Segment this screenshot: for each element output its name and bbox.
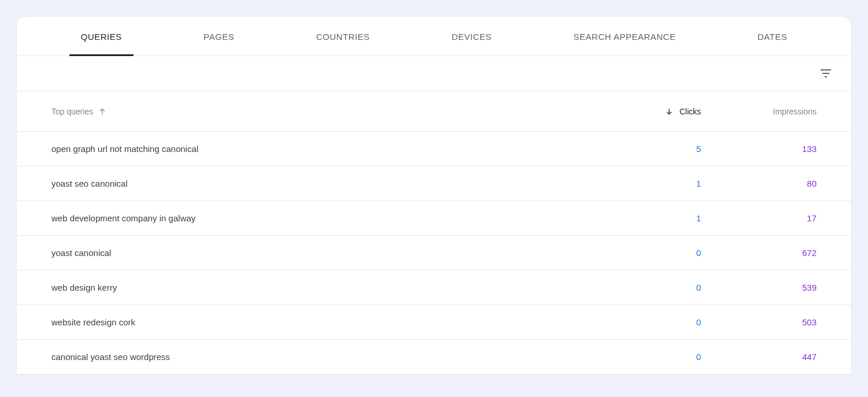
filter-bar xyxy=(17,56,851,91)
table-row[interactable]: open graph url not matching canonical513… xyxy=(17,132,851,166)
queries-table: Top queries Clicks Impressions open grap… xyxy=(17,91,851,374)
table-row[interactable]: canonical yoast seo wordpress0447 xyxy=(17,340,851,374)
cell-impressions: 539 xyxy=(701,283,817,292)
tab-search-appearance[interactable]: SEARCH APPEARANCE xyxy=(562,17,687,55)
tab-queries[interactable]: QUERIES xyxy=(69,17,133,55)
cell-query: yoast seo canonical xyxy=(51,179,603,188)
cell-clicks: 5 xyxy=(603,144,701,154)
tab-devices[interactable]: DEVICES xyxy=(440,17,503,55)
table-row[interactable]: yoast seo canonical180 xyxy=(17,166,851,201)
cell-clicks: 0 xyxy=(603,352,701,362)
tab-label: DATES xyxy=(758,32,787,42)
table-row[interactable]: web development company in galway117 xyxy=(17,201,851,236)
cell-impressions: 17 xyxy=(701,213,817,223)
cell-query: website redesign cork xyxy=(51,317,603,327)
tab-dates[interactable]: DATES xyxy=(746,17,799,55)
filter-icon[interactable] xyxy=(819,66,833,80)
column-header-clicks[interactable]: Clicks xyxy=(603,107,701,116)
tab-label: COUNTRIES xyxy=(316,32,370,42)
cell-clicks: 0 xyxy=(603,317,701,327)
cell-impressions: 80 xyxy=(701,179,817,188)
tab-label: QUERIES xyxy=(81,32,122,42)
dimension-tabs: QUERIESPAGESCOUNTRIESDEVICESSEARCH APPEA… xyxy=(17,17,851,56)
cell-clicks: 1 xyxy=(603,179,701,188)
cell-impressions: 503 xyxy=(701,317,817,327)
table-row[interactable]: website redesign cork0503 xyxy=(17,305,851,340)
column-header-clicks-label: Clicks xyxy=(680,107,701,116)
arrow-down-icon xyxy=(665,107,674,116)
cell-impressions: 133 xyxy=(701,144,817,154)
table-row[interactable]: yoast canonical0672 xyxy=(17,236,851,270)
table-row[interactable]: web design kerry0539 xyxy=(17,270,851,305)
cell-impressions: 672 xyxy=(701,248,817,258)
cell-query: open graph url not matching canonical xyxy=(51,144,603,154)
column-header-query[interactable]: Top queries xyxy=(51,107,603,116)
cell-impressions: 447 xyxy=(701,352,817,362)
cell-query: web development company in galway xyxy=(51,213,603,223)
cell-clicks: 1 xyxy=(603,213,701,223)
cell-clicks: 0 xyxy=(603,248,701,258)
cell-clicks: 0 xyxy=(603,283,701,292)
arrow-up-icon xyxy=(98,107,107,116)
tab-label: DEVICES xyxy=(451,32,491,42)
tab-pages[interactable]: PAGES xyxy=(192,17,246,55)
tab-label: SEARCH APPEARANCE xyxy=(573,32,676,42)
tab-countries[interactable]: COUNTRIES xyxy=(305,17,381,55)
cell-query: canonical yoast seo wordpress xyxy=(51,352,603,362)
column-header-impressions-label: Impressions xyxy=(773,107,817,116)
column-header-query-label: Top queries xyxy=(51,107,93,116)
cell-query: yoast canonical xyxy=(51,248,603,258)
cell-query: web design kerry xyxy=(51,283,603,292)
performance-card: QUERIESPAGESCOUNTRIESDEVICESSEARCH APPEA… xyxy=(16,16,852,375)
tab-label: PAGES xyxy=(203,32,234,42)
column-header-impressions[interactable]: Impressions xyxy=(701,107,817,116)
table-header-row: Top queries Clicks Impressions xyxy=(17,91,851,132)
